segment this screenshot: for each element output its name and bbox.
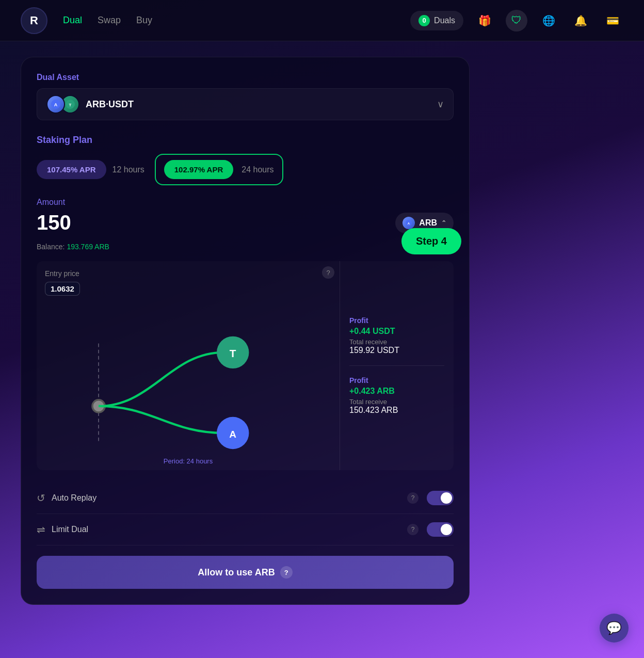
result-upper: Profit +0.44 USDT Total receive 159.92 U… [349,316,444,355]
asset-icons: A T [46,95,79,114]
asset-selector[interactable]: A T ARB·USDT ∨ [37,88,454,120]
results-area: Profit +0.44 USDT Total receive 159.92 U… [340,261,454,470]
result-lower: Profit +0.423 ARB Total receive 150.423 … [349,376,444,415]
limit-dual-icon: ⇌ [37,523,45,536]
asset-pair-name: ARB·USDT [86,99,431,110]
auto-replay-toggle[interactable] [427,491,454,505]
total-receive-upper-label: Total receive [349,338,444,346]
limit-dual-help-icon[interactable]: ? [407,524,418,535]
bell-icon[interactable]: 🔔 [570,10,591,31]
shield-icon[interactable]: 🛡 [506,10,527,31]
allow-button[interactable]: Allow to use ARB ? [37,556,454,589]
globe-icon[interactable]: 🌐 [538,10,559,31]
token-selector-wrapper: A ARB ⌃ Step 4 [395,213,454,233]
duals-label: Duals [434,16,455,25]
svg-point-10 [217,417,249,449]
chart-help-icon[interactable]: ? [322,266,334,279]
allow-button-label: Allow to use ARB [198,567,275,578]
arb-token-icon: A [403,217,415,229]
results-divider [349,365,444,366]
main-content: Dual Asset A T ARB·USDT ∨ Staking Plan 1… [0,41,490,620]
top-navigation: R Dual Swap Buy 0 Duals 🎁 🛡 🌐 🔔 💳 [0,0,644,41]
profit-upper-value: +0.44 USDT [349,327,444,336]
plan-24h-option[interactable]: 102.97% APR 24 hours [155,154,283,185]
total-receive-upper-value: 159.92 USDT [349,346,444,355]
svg-point-7 [92,400,105,412]
arb-icon: A [46,95,65,114]
chevron-down-icon: ∨ [437,99,444,110]
wallet-icon[interactable]: 💳 [602,10,623,31]
nav-buy[interactable]: Buy [136,12,152,28]
nav-links: Dual Swap Buy [63,12,410,28]
balance-label: Balance: [37,243,65,251]
token-chevron-icon: ⌃ [441,219,446,227]
plan-12h-badge[interactable]: 107.45% APR [37,160,106,179]
svg-point-8 [217,336,249,368]
gift-icon[interactable]: 🎁 [474,10,495,31]
svg-text:T: T [230,347,236,359]
step4-button[interactable]: Step 4 [401,228,461,254]
duals-badge[interactable]: 0 Duals [410,11,463,30]
period-label: Period: 24 hours [164,457,213,465]
allow-button-help-icon: ? [280,566,293,579]
amount-row: 150 A ARB ⌃ Step 4 [37,211,454,234]
nav-right: 0 Duals 🎁 🛡 🌐 🔔 💳 [410,10,623,31]
limit-dual-label: Limit Dual [52,525,403,534]
amount-label: Amount [37,198,454,207]
svg-text:A: A [54,102,58,107]
limit-dual-row: ⇌ Limit Dual ? [37,514,454,545]
balance-value: 193.769 ARB [67,243,109,251]
duals-count: 0 [418,15,430,26]
svg-text:A: A [229,429,236,440]
plan-24h-label: 24 hours [242,165,273,174]
svg-text:T: T [69,103,72,107]
balance-row: Balance: 193.769 ARB [37,243,454,251]
plan-24h-badge[interactable]: 102.97% APR [164,160,234,179]
amount-value: 150 [37,211,71,234]
amount-section: Amount 150 A ARB ⌃ Step 4 [37,198,454,234]
auto-replay-label: Auto Replay [52,493,403,503]
entry-price-label: Entry price [45,269,331,278]
profit-lower-label: Profit [349,376,444,384]
chat-button[interactable]: 💬 [600,614,629,643]
entry-price-value: 1.0632 [45,282,80,296]
token-name: ARB [419,218,437,228]
nav-dual[interactable]: Dual [63,12,82,28]
svg-text:A: A [408,222,410,225]
price-chart: T A [45,301,331,470]
profit-lower-value: +0.423 ARB [349,387,444,396]
staking-title: Staking Plan [37,135,454,146]
chart-area: Entry price 1.0632 T [37,261,340,470]
auto-replay-help-icon[interactable]: ? [407,492,418,504]
limit-dual-toggle[interactable] [427,522,454,537]
auto-replay-icon: ↺ [37,492,45,504]
plan-12h-label: 12 hours [112,165,144,174]
chart-section: Entry price 1.0632 T [37,261,454,470]
auto-replay-row: ↺ Auto Replay ? [37,483,454,514]
app-logo[interactable]: R [21,7,47,34]
total-receive-lower-value: 150.423 ARB [349,406,444,415]
chat-icon: 💬 [606,621,622,635]
profit-upper-label: Profit [349,316,444,325]
dual-asset-label: Dual Asset [37,73,454,82]
staking-section: Staking Plan 107.45% APR 12 hours 102.97… [37,135,454,185]
dual-card: Dual Asset A T ARB·USDT ∨ Staking Plan 1… [21,57,470,605]
total-receive-lower-label: Total receive [349,398,444,406]
nav-swap[interactable]: Swap [98,12,121,28]
